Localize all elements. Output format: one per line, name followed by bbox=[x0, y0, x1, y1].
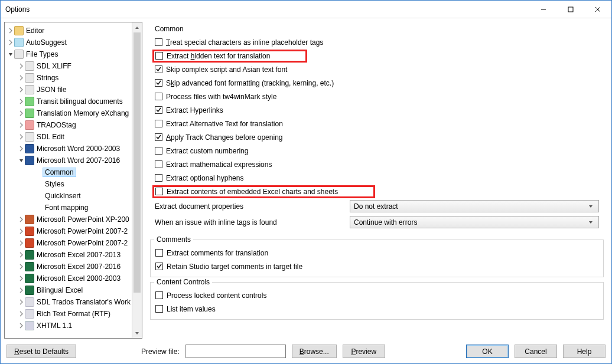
checkbox[interactable] bbox=[155, 38, 162, 46]
tree-node[interactable]: Microsoft Excel 2000-2003 bbox=[5, 273, 142, 284]
select-extract-doc-props[interactable]: Do not extract bbox=[350, 200, 599, 212]
checkbox[interactable] bbox=[155, 188, 163, 195]
tree-node[interactable]: Common bbox=[5, 166, 142, 178]
group-title-comments: Comments bbox=[154, 235, 193, 244]
reset-defaults-button[interactable]: Reset to Defaults bbox=[6, 345, 76, 358]
twisty-collapsed-icon[interactable] bbox=[18, 84, 25, 96]
close-button[interactable] bbox=[584, 1, 611, 18]
select-inline-tags[interactable]: Continue with errors bbox=[350, 216, 599, 228]
twisty-collapsed-icon[interactable] bbox=[18, 119, 25, 131]
tree-node[interactable]: Rich Text Format (RTF) bbox=[5, 308, 142, 320]
checkbox[interactable] bbox=[155, 147, 162, 155]
twisty-collapsed-icon[interactable] bbox=[18, 131, 25, 143]
tree-node[interactable]: Microsoft PowerPoint XP-200 bbox=[5, 214, 142, 225]
tree-node[interactable]: File Types bbox=[5, 48, 142, 60]
tree-node[interactable]: SDL Trados Translator's Work bbox=[5, 296, 142, 308]
checkbox-label[interactable]: Extract hidden text for translation bbox=[167, 52, 270, 60]
row-extract-doc-props: Extract document properties Do not extra… bbox=[155, 198, 599, 214]
twisty-collapsed-icon[interactable] bbox=[18, 320, 25, 332]
twisty-collapsed-icon[interactable] bbox=[18, 143, 25, 155]
cancel-button[interactable]: Cancel bbox=[515, 345, 557, 358]
twisty-collapsed-icon[interactable] bbox=[18, 273, 25, 284]
checkbox-label[interactable]: Extract custom numbering bbox=[166, 147, 248, 155]
ok-button[interactable]: OK bbox=[466, 345, 509, 358]
checkbox-label[interactable]: Extract mathematical expressions bbox=[166, 160, 272, 169]
browse-button[interactable]: Browse... bbox=[292, 345, 337, 358]
checkbox-label[interactable]: Extract Hyperlinks bbox=[166, 106, 223, 114]
tree-node[interactable]: SDL XLIFF bbox=[5, 60, 142, 72]
twisty-expanded-icon[interactable] bbox=[7, 48, 14, 60]
twisty-collapsed-icon[interactable] bbox=[18, 249, 25, 261]
checkbox-label[interactable]: Retain Studio target comments in target … bbox=[167, 263, 302, 271]
checkbox[interactable] bbox=[155, 263, 163, 270]
tree-node[interactable]: Styles bbox=[5, 178, 142, 190]
twisty-collapsed-icon[interactable] bbox=[7, 25, 14, 37]
checkbox-label[interactable]: Skip complex script and Asian text font bbox=[166, 65, 287, 74]
tree-node[interactable]: Translation Memory eXchang bbox=[5, 107, 142, 119]
tree-node[interactable]: Transit bilingual documents bbox=[5, 96, 142, 107]
tree-node[interactable]: Microsoft Excel 2007-2016 bbox=[5, 261, 142, 273]
twisty-collapsed-icon[interactable] bbox=[18, 296, 25, 308]
checkbox[interactable] bbox=[155, 79, 162, 87]
checkbox[interactable] bbox=[155, 65, 162, 73]
twisty-collapsed-icon[interactable] bbox=[18, 308, 25, 320]
tree-node[interactable]: QuickInsert bbox=[5, 190, 142, 202]
scroll-thumb[interactable] bbox=[134, 32, 141, 293]
twisty-collapsed-icon[interactable] bbox=[7, 37, 14, 48]
tree-node[interactable]: XHTML 1.1 bbox=[5, 320, 142, 332]
checkbox[interactable] bbox=[155, 174, 162, 182]
preview-button[interactable]: Preview bbox=[343, 345, 385, 358]
twisty-collapsed-icon[interactable] bbox=[18, 107, 25, 119]
checkbox[interactable] bbox=[155, 120, 162, 127]
checkbox[interactable] bbox=[155, 106, 162, 114]
tree-node[interactable]: Microsoft Word 2000-2003 bbox=[5, 143, 142, 155]
tree-node[interactable]: Microsoft Excel 2007-2013 bbox=[5, 249, 142, 261]
excel-icon bbox=[25, 286, 34, 295]
scroll-up-icon[interactable] bbox=[132, 22, 142, 32]
checkbox[interactable] bbox=[155, 160, 162, 168]
checkbox-label[interactable]: Extract optional hyphens bbox=[166, 174, 243, 182]
tree-node[interactable]: Strings bbox=[5, 72, 142, 84]
preview-file-input[interactable] bbox=[185, 345, 286, 358]
tree-node[interactable]: Microsoft Word 2007-2016 bbox=[5, 155, 142, 166]
twisty-collapsed-icon[interactable] bbox=[18, 96, 25, 107]
checkbox-label[interactable]: Extract comments for translation bbox=[167, 249, 268, 257]
checkbox-label[interactable]: Treat special characters as inline place… bbox=[166, 38, 323, 47]
tree-node[interactable]: AutoSuggest bbox=[5, 37, 142, 48]
tree-node[interactable]: Editor bbox=[5, 25, 142, 37]
tree-node[interactable]: SDL Edit bbox=[5, 131, 142, 143]
twisty-expanded-icon[interactable] bbox=[18, 155, 25, 166]
maximize-button[interactable] bbox=[557, 1, 584, 18]
checkbox-label[interactable]: Extract Alternative Text for translation bbox=[166, 120, 283, 128]
checkbox-label[interactable]: Apply Track Changes before opening bbox=[166, 133, 282, 142]
checkbox[interactable] bbox=[155, 133, 162, 141]
checkbox-label[interactable]: Process locked content controls bbox=[167, 291, 266, 300]
tree-node[interactable]: Microsoft PowerPoint 2007-2 bbox=[5, 225, 142, 237]
scroll-down-icon[interactable] bbox=[132, 328, 142, 338]
checkbox-label[interactable]: List item values bbox=[167, 305, 216, 313]
twisty-collapsed-icon[interactable] bbox=[18, 284, 25, 296]
checkbox[interactable] bbox=[155, 305, 163, 313]
twisty-collapsed-icon[interactable] bbox=[18, 214, 25, 225]
checkbox[interactable] bbox=[155, 249, 163, 257]
checkbox[interactable] bbox=[155, 291, 163, 299]
tree-node[interactable]: JSON file bbox=[5, 84, 142, 96]
help-button[interactable]: Help bbox=[563, 345, 606, 358]
tree-node[interactable]: Font mapping bbox=[5, 202, 142, 214]
tree-node[interactable]: Bilingual Excel bbox=[5, 284, 142, 296]
minimize-button[interactable] bbox=[530, 1, 557, 18]
checkbox-label[interactable]: Skip advanced font formatting (tracking,… bbox=[166, 79, 334, 87]
twisty-collapsed-icon[interactable] bbox=[18, 60, 25, 72]
twisty-collapsed-icon[interactable] bbox=[18, 237, 25, 249]
checkbox-label[interactable]: Extract contents of embedded Excel chart… bbox=[167, 188, 338, 196]
twisty-collapsed-icon[interactable] bbox=[18, 72, 25, 84]
twisty-collapsed-icon[interactable] bbox=[18, 261, 25, 273]
twisty-collapsed-icon[interactable] bbox=[18, 225, 25, 237]
checkbox-label[interactable]: Process files with tw4winMark style bbox=[166, 93, 276, 101]
tree-scrollbar[interactable] bbox=[132, 22, 142, 338]
tree-node[interactable]: TRADOStag bbox=[5, 119, 142, 131]
tree-node[interactable]: Microsoft PowerPoint 2007-2 bbox=[5, 237, 142, 249]
checkbox[interactable] bbox=[155, 52, 163, 60]
options-tree[interactable]: EditorAutoSuggestFile TypesSDL XLIFFStri… bbox=[4, 22, 142, 339]
checkbox[interactable] bbox=[155, 93, 162, 100]
